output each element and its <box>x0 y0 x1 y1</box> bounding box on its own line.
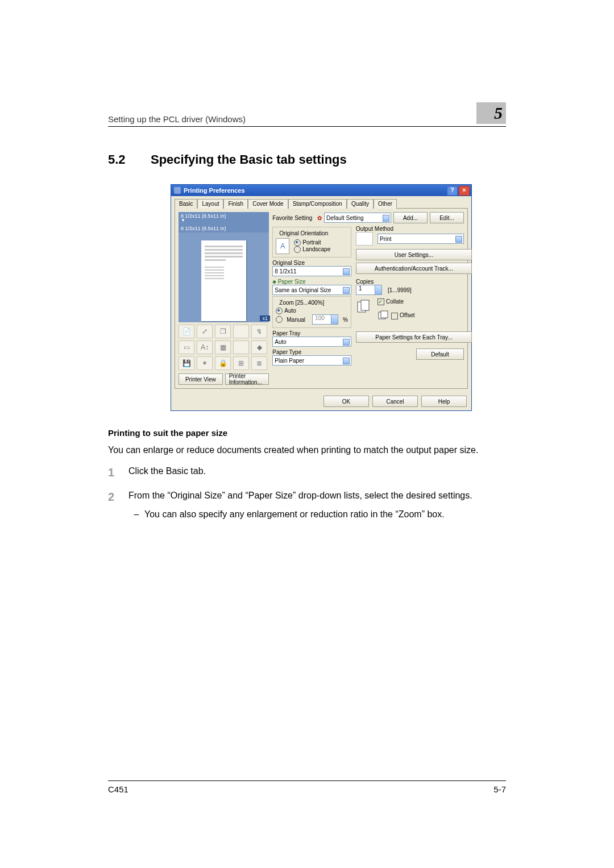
copies-spinner[interactable]: 1 <box>356 285 382 295</box>
paper-tray-combo[interactable]: Auto <box>272 337 351 347</box>
paper-size-label: ♣ Paper Size <box>272 279 351 285</box>
output-method-icon <box>356 232 373 246</box>
nup-icon[interactable]: ▦ <box>215 340 231 354</box>
default-button[interactable]: Default <box>416 348 464 360</box>
preview-tool-grid: 📄 ⤢ ❐ ↯ ▭ A↕ ▦ ◆ 💾 ✶ 🔒 ⊞ ≣ <box>179 325 269 370</box>
tab-finish[interactable]: Finish <box>223 199 248 209</box>
page-preview <box>179 232 269 322</box>
orientation-legend: Original Orientation <box>277 230 330 236</box>
printer-information-button[interactable]: Printer Information... <box>225 373 269 385</box>
collate-icon <box>356 298 375 315</box>
zoom-badge: x1 <box>260 315 270 321</box>
copies-range: [1...9999] <box>388 287 412 293</box>
copy-icon[interactable]: ❐ <box>215 325 231 338</box>
footer-page-number: 5-7 <box>493 784 506 794</box>
output-method-combo[interactable]: Print <box>377 234 464 244</box>
subsection-heading: Printing to suit the paper size <box>108 428 506 438</box>
step-subtext: You can also specify any enlargement or … <box>144 508 445 521</box>
zoom-group: Zoom [25...400%] Auto Manual 100 % <box>272 296 351 328</box>
step-number: 2 <box>108 489 128 521</box>
dialog-footer: OK Cancel Help <box>171 392 471 410</box>
tab-stamp-composition[interactable]: Stamp/Composition <box>288 199 347 209</box>
preview-size-top: 8 1/2x11 (8.5x11 in) <box>181 213 267 219</box>
zoom-auto-radio[interactable]: Auto <box>276 308 348 314</box>
paper-tray-label: Paper Tray <box>272 330 351 337</box>
cancel-button[interactable]: Cancel <box>372 396 418 407</box>
zoom-manual-radio[interactable]: Manual 100 % <box>276 314 348 325</box>
help-button[interactable]: ? <box>447 186 458 196</box>
running-head: Setting up the PCL driver (Windows) <box>108 114 476 124</box>
tab-cover-mode[interactable]: Cover Mode <box>248 199 288 209</box>
printer-view-button[interactable]: Printer View <box>179 373 223 385</box>
paper-settings-each-tray-button[interactable]: Paper Settings for Each Tray... <box>356 331 472 343</box>
flip-icon[interactable]: ↯ <box>251 325 267 338</box>
stamp-icon[interactable]: ✶ <box>197 356 213 370</box>
section-heading: 5.2Specifying the Basic tab settings <box>108 152 506 167</box>
ok-button[interactable]: OK <box>323 396 369 407</box>
secure-icon[interactable]: 🔒 <box>215 356 231 370</box>
misc-icon[interactable]: ⊞ <box>233 356 249 370</box>
tab-layout[interactable]: Layout <box>197 199 223 209</box>
chapter-number-badge: 5 <box>476 102 506 124</box>
scale-icon[interactable]: ⤢ <box>197 325 213 338</box>
output-method-label: Output Method <box>356 226 464 232</box>
favorite-add-button[interactable]: Add... <box>393 212 428 223</box>
section-title: Specifying the Basic tab settings <box>151 152 347 167</box>
color-icon[interactable]: ◆ <box>251 340 267 354</box>
portrait-radio[interactable]: Portrait <box>294 239 330 246</box>
original-size-label: Original Size <box>272 260 351 266</box>
tab-basic[interactable]: Basic <box>175 199 197 209</box>
original-size-combo[interactable]: 8 1/2x11 <box>272 266 351 276</box>
favorite-edit-button[interactable]: Edit... <box>430 212 464 223</box>
landscape-radio[interactable]: Landscape <box>294 246 330 253</box>
step-text: From the “Original Size” and “Paper Size… <box>128 489 506 502</box>
blank2-icon[interactable] <box>233 340 249 354</box>
intro-paragraph: You can enlarge or reduce documents crea… <box>108 443 506 456</box>
collate-checkbox[interactable]: Collate <box>377 298 415 305</box>
help-button-footer[interactable]: Help <box>421 396 467 407</box>
section-number: 5.2 <box>108 152 151 167</box>
step-2: 2 From the “Original Size” and “Paper Si… <box>108 489 506 521</box>
tab-other[interactable]: Other <box>374 199 397 209</box>
step-number: 1 <box>108 464 128 481</box>
favorite-label: Favorite Setting <box>272 215 312 221</box>
step-subitem: – You can also specify any enlargement o… <box>128 508 506 521</box>
svg-rect-3 <box>381 311 388 318</box>
zoom-value-spinner[interactable]: 100 <box>312 314 338 325</box>
save-icon[interactable]: 💾 <box>179 356 194 370</box>
paper-type-combo[interactable]: Plain Paper <box>272 355 351 366</box>
zoom-unit: % <box>343 317 348 323</box>
orientation-group: Original Orientation A Portrait Landscap… <box>272 227 351 258</box>
dash-bullet: – <box>128 508 144 521</box>
dialog-title: Printing Preferences <box>184 187 446 194</box>
favorite-combo[interactable]: Default Setting <box>324 213 391 223</box>
zoom-legend: Zoom [25...400%] <box>277 300 326 306</box>
preview-size-header: 8 1/2x11 (8.5x11 in) ▼ 8 1/2x11 (8.5x11 … <box>179 212 269 232</box>
svg-rect-1 <box>361 300 369 310</box>
app-icon <box>174 187 181 194</box>
offset-icon <box>377 310 389 321</box>
letter-icon[interactable]: A↕ <box>197 340 213 354</box>
user-settings-button[interactable]: User Settings... <box>356 249 472 260</box>
offset-checkbox[interactable]: Offset <box>391 312 415 319</box>
preview-size-bottom: 8 1/2x11 (8.5x11 in) <box>181 226 267 231</box>
page-icon[interactable]: ▭ <box>179 340 194 354</box>
step-text: Click the Basic tab. <box>128 464 506 481</box>
portrait-icon: A <box>276 238 289 254</box>
step-1: 1 Click the Basic tab. <box>108 464 506 481</box>
footer-model: C451 <box>108 784 128 794</box>
close-button[interactable]: × <box>459 186 470 196</box>
paper-size-combo[interactable]: Same as Original Size <box>272 285 351 295</box>
tab-quality[interactable]: Quality <box>347 199 374 209</box>
paper-type-label: Paper Type <box>272 349 351 355</box>
output-icon[interactable]: 📄 <box>179 325 194 338</box>
printing-preferences-dialog: Printing Preferences ? × Basic Layout Fi… <box>171 184 472 411</box>
list-icon[interactable]: ≣ <box>251 356 267 370</box>
auth-account-track-button[interactable]: Authentication/Account Track... <box>356 263 472 274</box>
tab-strip: Basic Layout Finish Cover Mode Stamp/Com… <box>171 196 471 208</box>
copies-label: Copies <box>356 279 464 285</box>
dialog-titlebar: Printing Preferences ? × <box>171 185 471 196</box>
blank-icon[interactable] <box>233 325 249 338</box>
